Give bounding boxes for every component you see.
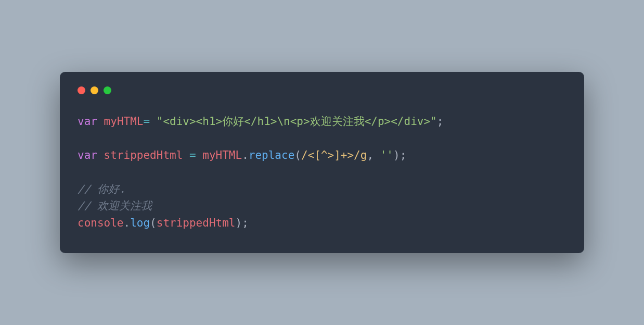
code-line: console.log(strippedHtml); bbox=[78, 215, 566, 232]
window-titlebar bbox=[78, 86, 566, 94]
function-call: replace bbox=[249, 149, 295, 161]
identifier: myHTML bbox=[202, 149, 242, 161]
code-window: var myHTML= "<div><h1>你好</h1>\n<p>欢迎关注我<… bbox=[60, 72, 584, 254]
code-comment: // 你好. bbox=[78, 181, 566, 198]
operator: = bbox=[189, 149, 196, 161]
paren: ) bbox=[393, 149, 400, 161]
code-line: var strippedHtml = myHTML.replace(/<[^>]… bbox=[78, 147, 566, 164]
identifier: myHTML bbox=[104, 115, 144, 128]
maximize-icon[interactable] bbox=[104, 86, 111, 94]
code-line-empty bbox=[78, 130, 566, 147]
keyword: var bbox=[78, 115, 97, 128]
identifier: strippedHtml bbox=[157, 217, 236, 229]
operator: = bbox=[143, 115, 150, 128]
paren: ( bbox=[150, 217, 157, 229]
regex-literal: /<[^>]+>/g bbox=[301, 149, 367, 161]
dot: . bbox=[124, 217, 131, 229]
semicolon: ; bbox=[400, 149, 407, 161]
dot: . bbox=[242, 149, 249, 161]
semicolon: ; bbox=[437, 115, 444, 128]
minimize-icon[interactable] bbox=[91, 86, 98, 94]
identifier: console bbox=[78, 217, 124, 229]
code-line-empty bbox=[78, 164, 566, 181]
paren: ( bbox=[294, 149, 301, 161]
string-literal: '' bbox=[380, 149, 393, 161]
code-comment: // 欢迎关注我 bbox=[78, 197, 566, 215]
keyword: var bbox=[78, 149, 97, 161]
paren: ) bbox=[235, 217, 242, 229]
semicolon: ; bbox=[242, 217, 249, 229]
string-literal: "<div><h1>你好</h1>\n<p>欢迎关注我</p></div>" bbox=[157, 115, 437, 128]
identifier: strippedHtml bbox=[104, 149, 183, 161]
code-block: var myHTML= "<div><h1>你好</h1>\n<p>欢迎关注我<… bbox=[78, 113, 566, 232]
code-line: var myHTML= "<div><h1>你好</h1>\n<p>欢迎关注我<… bbox=[78, 113, 566, 130]
comma: , bbox=[367, 149, 380, 161]
close-icon[interactable] bbox=[78, 86, 85, 94]
function-call: log bbox=[130, 217, 150, 229]
